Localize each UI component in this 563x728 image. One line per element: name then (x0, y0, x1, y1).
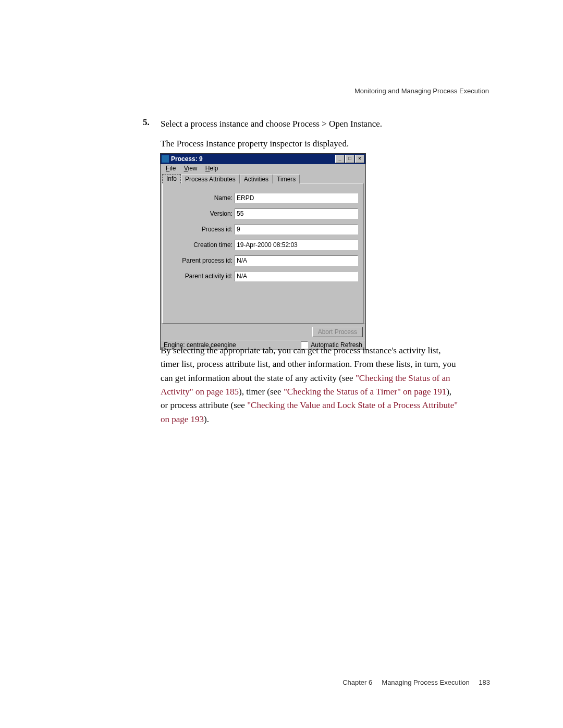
parent-activity-id-label: Parent activity id: (168, 273, 235, 280)
menu-file[interactable]: File (163, 165, 179, 172)
window-title: Process: 9 (171, 155, 203, 163)
title-bar: Process: 9 _ □ × (161, 154, 365, 164)
step-result: The Process Instance property inspector … (161, 137, 465, 151)
tab-activities[interactable]: Activities (240, 175, 273, 183)
step-number: 5. (143, 117, 150, 128)
parent-process-id-label: Parent process id: (168, 257, 235, 264)
para-text-4: ). (204, 414, 209, 424)
parent-process-id-field[interactable]: N/A (235, 255, 358, 266)
running-header: Monitoring and Managing Process Executio… (354, 87, 489, 95)
app-icon (162, 155, 169, 163)
tab-strip: Info Process Attributes Activities Timer… (162, 174, 364, 183)
maximize-button[interactable]: □ (345, 155, 354, 163)
creation-time-field[interactable]: 19-Apr-2000 08:52:03 (235, 240, 358, 250)
tab-timers[interactable]: Timers (273, 175, 300, 183)
para-text-2: ), timer (see (239, 387, 284, 397)
abort-process-button[interactable]: Abort Process (312, 327, 363, 337)
menu-bar: File View Help (161, 164, 365, 172)
tab-info[interactable]: Info (162, 174, 181, 183)
step-5: 5. Select a process instance and choose … (147, 117, 465, 157)
page-number: 183 (479, 678, 490, 686)
parent-activity-id-field[interactable]: N/A (235, 271, 358, 281)
footer-title: Managing Process Execution (382, 678, 469, 686)
close-button[interactable]: × (355, 155, 364, 163)
creation-time-label: Creation time: (168, 241, 235, 249)
process-id-field[interactable]: 9 (235, 224, 358, 235)
step-instruction: Select a process instance and choose Pro… (161, 117, 465, 131)
name-field[interactable]: ERPD (235, 193, 358, 203)
tab-process-attributes[interactable]: Process Attributes (181, 175, 240, 183)
button-bar: Abort Process (161, 324, 365, 340)
minimize-button[interactable]: _ (335, 155, 345, 163)
version-label: Version: (168, 210, 235, 217)
menu-view[interactable]: View (181, 165, 201, 172)
info-tab-panel: Name: ERPD Version: 55 Process id: 9 Cre… (162, 183, 364, 324)
body-paragraph: By selecting the appropriate tab, you ca… (161, 344, 460, 426)
name-label: Name: (168, 194, 235, 202)
version-field[interactable]: 55 (235, 208, 358, 219)
process-id-label: Process id: (168, 226, 235, 233)
process-inspector-window: Process: 9 _ □ × File View Help Info Pro… (160, 153, 366, 350)
footer-chapter: Chapter 6 (342, 678, 372, 686)
menu-help[interactable]: Help (202, 165, 222, 172)
page-footer: Chapter 6 Managing Process Execution 183 (342, 678, 490, 686)
link-timer-status[interactable]: "Checking the Status of a Timer" on page… (284, 387, 446, 397)
